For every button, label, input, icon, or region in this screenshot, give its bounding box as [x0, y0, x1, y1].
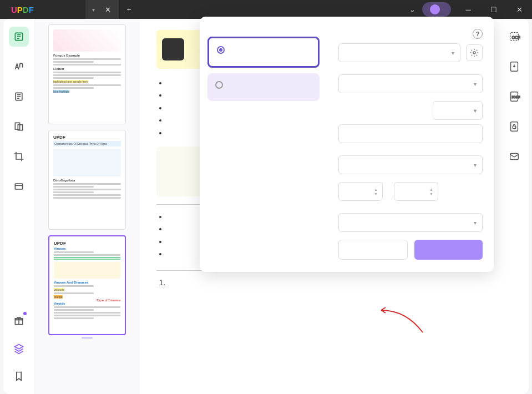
- maximize-button[interactable]: ☐: [481, 0, 506, 19]
- detect-resolution-button[interactable]: [338, 124, 483, 143]
- svg-rect-4: [15, 184, 22, 189]
- radio-checked-icon: [217, 46, 225, 54]
- app-logo: UPDF: [0, 5, 45, 14]
- spinner-up-icon[interactable]: ▲: [374, 188, 378, 191]
- chevron-down-icon: ▾: [474, 220, 477, 226]
- svg-point-14: [473, 52, 475, 54]
- pdfa-icon[interactable]: PDF/A: [504, 87, 524, 107]
- list-item: [168, 276, 483, 289]
- cancel-button[interactable]: [338, 240, 408, 260]
- svg-text:OCR: OCR: [511, 35, 520, 40]
- bookmark-icon[interactable]: [9, 366, 29, 386]
- tab-dropdown-icon[interactable]: ▾: [92, 7, 95, 13]
- chevron-down-icon: ▾: [474, 81, 477, 87]
- menu-help[interactable]: [65, 0, 85, 19]
- gift-icon[interactable]: [9, 311, 29, 331]
- document-tab[interactable]: ▾ ✕: [85, 0, 120, 19]
- protect-icon[interactable]: [504, 117, 524, 137]
- page-from-input[interactable]: ▲▼: [338, 182, 383, 201]
- layers-icon[interactable]: [9, 339, 29, 358]
- svg-text:PDF/A: PDF/A: [511, 95, 520, 99]
- right-tool-rail: OCR PDF/A: [500, 19, 529, 394]
- thumb-number: [82, 337, 93, 339]
- searchable-pdf-option[interactable]: [207, 37, 320, 68]
- thumb-page-4[interactable]: UPDF Characteristics Of Selected Phyla O…: [45, 130, 129, 232]
- add-tab-button[interactable]: ＋: [120, 4, 139, 14]
- chevron-down-icon: ▾: [474, 108, 477, 114]
- ocr-icon[interactable]: OCR: [504, 27, 524, 47]
- export-icon[interactable]: [504, 57, 524, 77]
- thumbnails-tool-icon[interactable]: [9, 27, 29, 47]
- comment-tool-icon[interactable]: [9, 57, 29, 77]
- spinner-down-icon[interactable]: ▼: [374, 192, 378, 196]
- perform-ocr-button[interactable]: [414, 240, 483, 260]
- radio-unchecked-icon: [215, 81, 223, 89]
- thumbnails-panel: Fungus Example Lichen highlighted text s…: [34, 19, 140, 394]
- left-tool-rail: [3, 19, 34, 394]
- chevron-down-icon: ▾: [452, 50, 454, 56]
- close-icon[interactable]: ✕: [104, 5, 113, 14]
- help-icon[interactable]: ?: [473, 29, 483, 39]
- odd-even-select[interactable]: ▾: [338, 213, 483, 232]
- spinner-up-icon[interactable]: ▲: [429, 188, 433, 191]
- redact-tool-icon[interactable]: [9, 176, 29, 196]
- chevron-down-icon[interactable]: ⌄: [409, 6, 416, 14]
- svg-rect-13: [510, 154, 519, 160]
- page-range-select[interactable]: ▾: [338, 155, 483, 174]
- ocr-panel: ? ▾ ▾ ▾ ▾: [200, 17, 494, 272]
- crop-tool-icon[interactable]: [9, 147, 29, 166]
- language-select[interactable]: ▾: [338, 74, 483, 93]
- layout-select[interactable]: ▾: [338, 43, 460, 62]
- gear-icon[interactable]: [466, 44, 483, 61]
- titlebar: UPDF ▾ ✕ ＋ ⌄ ─ ☐ ✕: [0, 0, 532, 19]
- chevron-down-icon: ▾: [474, 162, 477, 168]
- svg-rect-12: [513, 126, 516, 129]
- thumb-page-5[interactable]: UPDF Viruses Viruses And Diseases yellow…: [45, 235, 129, 339]
- edit-tool-icon[interactable]: [9, 87, 29, 107]
- ocr-settings-section: ? ▾ ▾ ▾ ▾: [327, 17, 494, 272]
- close-window-button[interactable]: ✕: [506, 0, 532, 19]
- svg-rect-11: [511, 122, 518, 132]
- spinner-down-icon[interactable]: ▼: [429, 192, 433, 196]
- minimize-button[interactable]: ─: [455, 0, 481, 19]
- page-to-input[interactable]: ▲▼: [394, 182, 438, 201]
- organize-tool-icon[interactable]: [9, 117, 29, 137]
- upgrade-button[interactable]: [422, 2, 451, 17]
- menu-file[interactable]: [45, 0, 65, 19]
- resolution-select[interactable]: ▾: [433, 101, 483, 120]
- user-avatar-initial: [430, 4, 440, 14]
- thumb-page-3[interactable]: Fungus Example Lichen highlighted text s…: [45, 24, 129, 127]
- share-icon[interactable]: [504, 147, 524, 166]
- image-only-pdf-option[interactable]: [207, 73, 320, 101]
- annotation-arrow: [378, 305, 428, 338]
- ocr-document-type-section: [200, 17, 327, 272]
